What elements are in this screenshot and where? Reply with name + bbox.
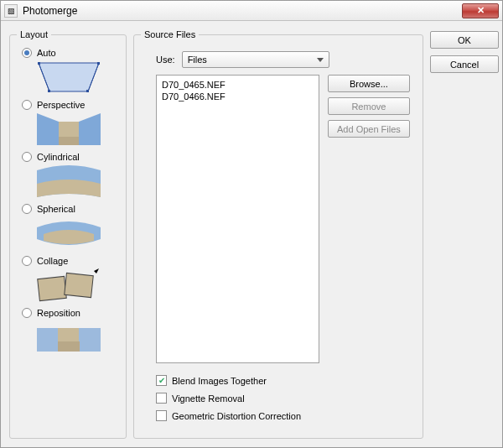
svg-marker-5 xyxy=(37,113,59,145)
dialog-body: Layout Auto Perspective Cylindrical xyxy=(1,21,502,447)
layout-collage[interactable]: Collage xyxy=(22,256,119,266)
distortion-checkbox[interactable]: Geometric Distortion Correction xyxy=(156,410,416,421)
radio-icon xyxy=(22,100,32,110)
layout-label: Auto xyxy=(37,48,56,58)
svg-rect-10 xyxy=(65,273,94,297)
use-label: Use: xyxy=(156,55,175,65)
chevron-down-icon xyxy=(317,58,324,62)
checkbox-icon xyxy=(156,410,167,421)
source-legend: Source Files xyxy=(141,29,199,39)
layout-perspective[interactable]: Perspective xyxy=(22,100,119,110)
layout-label: Cylindrical xyxy=(37,152,80,162)
svg-rect-9 xyxy=(38,276,67,300)
source-files-group: Source Files Use: Files D70_0465.NEF D70… xyxy=(133,29,423,439)
radio-icon xyxy=(22,256,32,266)
layout-auto[interactable]: Auto xyxy=(22,48,119,58)
svg-rect-4 xyxy=(86,90,89,92)
checkbox-icon: ✔ xyxy=(156,375,167,386)
svg-marker-7 xyxy=(79,113,101,145)
check-label: Blend Images Together xyxy=(172,376,267,386)
radio-icon xyxy=(22,308,32,318)
svg-rect-1 xyxy=(38,62,40,65)
layout-label: Reposition xyxy=(37,308,80,318)
close-button[interactable]: ✕ xyxy=(462,3,499,18)
layout-group: Layout Auto Perspective Cylindrical xyxy=(9,29,127,439)
layout-perspective-thumb xyxy=(35,112,102,147)
dialog-actions: OK Cancel xyxy=(430,29,494,439)
radio-icon xyxy=(22,152,32,162)
file-item[interactable]: D70_0465.NEF xyxy=(162,79,314,91)
layout-legend: Layout xyxy=(17,29,51,39)
radio-icon xyxy=(22,204,32,214)
use-select[interactable]: Files xyxy=(182,51,329,68)
source-checks: ✔ Blend Images Together Vignette Removal… xyxy=(156,375,416,421)
svg-rect-2 xyxy=(97,62,100,65)
layout-reposition-thumb xyxy=(35,320,102,355)
svg-rect-11 xyxy=(37,328,59,352)
source-buttons: Browse... Remove Add Open Files xyxy=(328,75,410,363)
layout-spherical[interactable]: Spherical xyxy=(22,204,119,214)
source-main: D70_0465.NEF D70_0466.NEF Browse... Remo… xyxy=(156,75,416,363)
checkbox-icon xyxy=(156,393,167,404)
use-row: Use: Files xyxy=(156,51,416,68)
browse-button[interactable]: Browse... xyxy=(328,75,410,92)
titlebar: ▧ Photomerge ✕ xyxy=(1,1,502,21)
cancel-button[interactable]: Cancel xyxy=(430,55,499,73)
layout-label: Perspective xyxy=(37,100,85,110)
add-open-files-button[interactable]: Add Open Files xyxy=(328,120,410,138)
svg-rect-14 xyxy=(58,341,80,352)
close-icon: ✕ xyxy=(477,5,485,16)
remove-button[interactable]: Remove xyxy=(328,97,410,115)
layout-spherical-thumb xyxy=(35,216,102,251)
app-icon: ▧ xyxy=(4,4,18,18)
layout-label: Spherical xyxy=(37,204,75,214)
check-label: Geometric Distortion Correction xyxy=(172,411,301,421)
check-label: Vignette Removal xyxy=(172,393,245,404)
layout-auto-thumb xyxy=(35,60,102,95)
layout-reposition[interactable]: Reposition xyxy=(22,308,119,318)
window-title: Photomerge xyxy=(23,5,462,17)
svg-rect-13 xyxy=(79,328,101,352)
layout-cylindrical[interactable]: Cylindrical xyxy=(22,152,119,162)
ok-button[interactable]: OK xyxy=(430,31,499,49)
file-list[interactable]: D70_0465.NEF D70_0466.NEF xyxy=(156,75,319,363)
svg-rect-8 xyxy=(59,137,79,145)
layout-label: Collage xyxy=(37,256,68,266)
use-value: Files xyxy=(188,55,207,65)
file-item[interactable]: D70_0466.NEF xyxy=(162,91,314,102)
photomerge-dialog: ▧ Photomerge ✕ Layout Auto Perspective xyxy=(0,0,503,448)
layout-collage-thumb xyxy=(35,268,102,303)
blend-checkbox[interactable]: ✔ Blend Images Together xyxy=(156,375,416,386)
svg-rect-3 xyxy=(48,90,50,92)
vignette-checkbox[interactable]: Vignette Removal xyxy=(156,393,416,404)
radio-icon xyxy=(22,48,32,58)
layout-cylindrical-thumb xyxy=(35,164,102,199)
